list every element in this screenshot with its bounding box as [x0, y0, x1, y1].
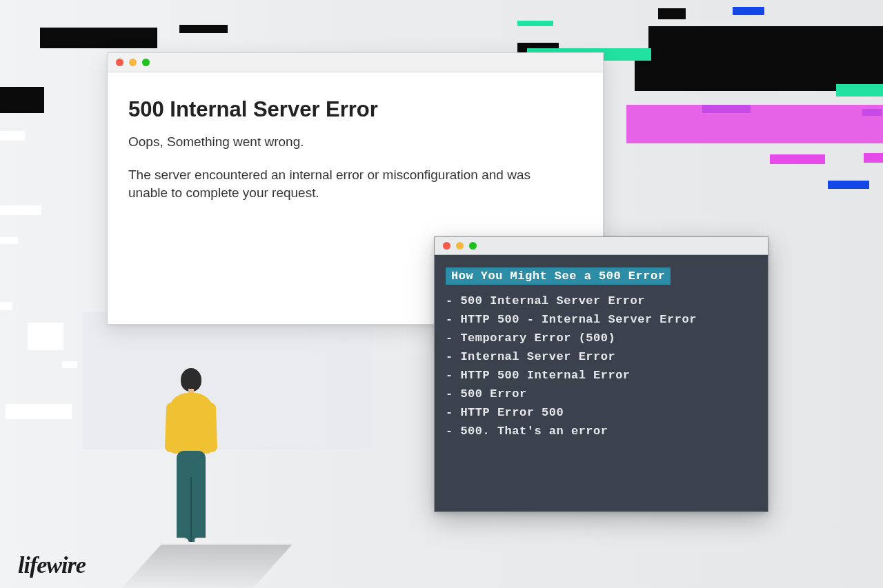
person-illustration [157, 368, 219, 547]
glitch-white [0, 237, 18, 244]
glitch-white [28, 323, 63, 350]
terminal-error-list: 500 Internal Server Error HTTP 500 - Int… [446, 294, 757, 438]
browser-body: 500 Internal Server Error Oops, Somethin… [108, 72, 603, 227]
maximize-icon[interactable] [142, 59, 150, 66]
list-item: HTTP 500 Internal Error [446, 369, 757, 382]
terminal-body: How You Might See a 500 Error 500 Intern… [435, 255, 768, 456]
glitch-blue [733, 7, 764, 15]
maximize-icon[interactable] [469, 242, 477, 250]
list-item: Internal Server Error [446, 350, 757, 363]
glitch-white [0, 205, 41, 215]
error-subtitle: Oops, Something went wrong. [128, 134, 582, 150]
terminal-titlebar [435, 237, 768, 255]
glitch-white [0, 131, 25, 141]
glitch-block [658, 8, 686, 19]
list-item: HTTP 500 - Internal Server Error [446, 313, 757, 326]
glitch-blue [828, 181, 869, 189]
list-item: HTTP Error 500 [446, 406, 757, 419]
list-item: 500 Error [446, 387, 757, 401]
glitch-magenta [864, 153, 883, 163]
glitch-white [0, 302, 12, 310]
glitch-teal [836, 84, 883, 97]
glitch-magenta [626, 105, 883, 143]
glitch-white [62, 361, 77, 368]
glitch-magenta [770, 154, 825, 164]
list-item: 500. That's an error [446, 425, 757, 438]
list-item: 500 Internal Server Error [446, 294, 757, 307]
close-icon[interactable] [116, 59, 123, 66]
glitch-block [179, 25, 228, 33]
close-icon[interactable] [443, 242, 450, 250]
brand-logo: lifewire [18, 552, 86, 578]
glitch-block [0, 87, 44, 113]
terminal-heading: How You Might See a 500 Error [446, 267, 671, 285]
minimize-icon[interactable] [456, 242, 464, 250]
glitch-block [40, 28, 157, 48]
browser-titlebar [108, 53, 603, 72]
glitch-gray [83, 312, 373, 449]
terminal-window: How You Might See a 500 Error 500 Intern… [434, 236, 768, 512]
error-description: The server encountered an internal error… [128, 166, 570, 202]
minimize-icon[interactable] [129, 59, 137, 66]
error-title: 500 Internal Server Error [128, 97, 582, 122]
list-item: Temporary Error (500) [446, 332, 757, 345]
person-shadow [117, 545, 292, 588]
glitch-block [648, 26, 883, 61]
glitch-white [6, 404, 72, 419]
glitch-teal [517, 21, 553, 26]
